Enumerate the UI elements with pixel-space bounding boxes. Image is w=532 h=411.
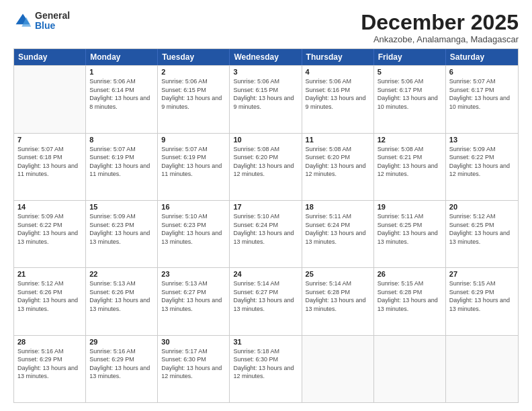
header-tuesday: Tuesday	[158, 49, 230, 65]
day-number: 12	[378, 136, 442, 144]
cal-cell-4-2: 30Sunrise: 5:17 AM Sunset: 6:30 PM Dayli…	[158, 336, 230, 402]
cal-cell-3-6: 27Sunrise: 5:15 AM Sunset: 6:29 PM Dayli…	[446, 268, 518, 334]
cal-cell-4-6	[446, 336, 518, 402]
day-info: Sunrise: 5:11 AM Sunset: 6:24 PM Dayligh…	[306, 212, 370, 246]
day-number: 11	[306, 136, 370, 144]
logo-general-text: General	[35, 11, 70, 21]
logo: General Blue	[13, 11, 70, 32]
week-row-2: 7Sunrise: 5:07 AM Sunset: 6:18 PM Daylig…	[14, 133, 518, 200]
day-info: Sunrise: 5:13 AM Sunset: 6:26 PM Dayligh…	[89, 279, 154, 313]
cal-cell-2-4: 18Sunrise: 5:11 AM Sunset: 6:24 PM Dayli…	[302, 201, 374, 267]
day-number: 4	[306, 68, 370, 76]
day-number: 1	[89, 68, 154, 76]
day-info: Sunrise: 5:06 AM Sunset: 6:16 PM Dayligh…	[306, 77, 370, 111]
day-number: 3	[233, 68, 298, 76]
cal-cell-2-5: 19Sunrise: 5:11 AM Sunset: 6:25 PM Dayli…	[374, 201, 446, 267]
cal-cell-4-0: 28Sunrise: 5:16 AM Sunset: 6:29 PM Dayli…	[14, 336, 86, 402]
day-info: Sunrise: 5:07 AM Sunset: 6:18 PM Dayligh…	[17, 145, 82, 179]
cal-cell-0-4: 4Sunrise: 5:06 AM Sunset: 6:16 PM Daylig…	[302, 66, 374, 132]
day-number: 2	[161, 68, 226, 76]
day-number: 26	[378, 270, 442, 278]
day-info: Sunrise: 5:09 AM Sunset: 6:23 PM Dayligh…	[89, 212, 154, 246]
day-info: Sunrise: 5:17 AM Sunset: 6:30 PM Dayligh…	[161, 347, 226, 381]
day-number: 22	[89, 270, 154, 278]
day-number: 27	[449, 270, 515, 278]
day-info: Sunrise: 5:07 AM Sunset: 6:19 PM Dayligh…	[161, 145, 226, 179]
cal-cell-0-3: 3Sunrise: 5:06 AM Sunset: 6:15 PM Daylig…	[230, 66, 302, 132]
day-number: 18	[306, 203, 370, 211]
day-info: Sunrise: 5:12 AM Sunset: 6:26 PM Dayligh…	[17, 279, 82, 313]
cal-cell-0-0	[14, 66, 86, 132]
day-info: Sunrise: 5:11 AM Sunset: 6:25 PM Dayligh…	[378, 212, 442, 246]
cal-cell-1-4: 11Sunrise: 5:08 AM Sunset: 6:20 PM Dayli…	[302, 134, 374, 200]
day-number: 24	[233, 270, 298, 278]
calendar: Sunday Monday Tuesday Wednesday Thursday…	[13, 48, 519, 403]
day-info: Sunrise: 5:06 AM Sunset: 6:15 PM Dayligh…	[161, 77, 226, 111]
cal-cell-1-2: 9Sunrise: 5:07 AM Sunset: 6:19 PM Daylig…	[158, 134, 230, 200]
cal-cell-1-1: 8Sunrise: 5:07 AM Sunset: 6:19 PM Daylig…	[86, 134, 158, 200]
header-wednesday: Wednesday	[230, 49, 302, 65]
day-info: Sunrise: 5:14 AM Sunset: 6:27 PM Dayligh…	[233, 279, 298, 313]
day-info: Sunrise: 5:14 AM Sunset: 6:28 PM Dayligh…	[306, 279, 370, 313]
day-number: 10	[233, 136, 298, 144]
day-info: Sunrise: 5:13 AM Sunset: 6:27 PM Dayligh…	[161, 279, 226, 313]
cal-cell-2-3: 17Sunrise: 5:10 AM Sunset: 6:24 PM Dayli…	[230, 201, 302, 267]
day-number: 28	[17, 338, 82, 346]
cal-cell-2-2: 16Sunrise: 5:10 AM Sunset: 6:23 PM Dayli…	[158, 201, 230, 267]
title-block: December 2025 Ankazobe, Analamanga, Mada…	[361, 11, 519, 44]
cal-cell-0-6: 6Sunrise: 5:07 AM Sunset: 6:17 PM Daylig…	[446, 66, 518, 132]
day-info: Sunrise: 5:06 AM Sunset: 6:15 PM Dayligh…	[233, 77, 298, 111]
day-info: Sunrise: 5:16 AM Sunset: 6:29 PM Dayligh…	[17, 347, 82, 381]
subtitle: Ankazobe, Analamanga, Madagascar	[361, 34, 519, 44]
week-row-3: 14Sunrise: 5:09 AM Sunset: 6:22 PM Dayli…	[14, 200, 518, 267]
cal-cell-0-5: 5Sunrise: 5:06 AM Sunset: 6:17 PM Daylig…	[374, 66, 446, 132]
day-number: 9	[161, 136, 226, 144]
header-saturday: Saturday	[446, 49, 518, 65]
day-number: 6	[449, 68, 515, 76]
day-number: 23	[161, 270, 226, 278]
page: General Blue December 2025 Ankazobe, Ana…	[0, 0, 532, 411]
week-row-5: 28Sunrise: 5:16 AM Sunset: 6:29 PM Dayli…	[14, 335, 518, 402]
day-number: 14	[17, 203, 82, 211]
day-info: Sunrise: 5:07 AM Sunset: 6:19 PM Dayligh…	[89, 145, 154, 179]
cal-cell-2-0: 14Sunrise: 5:09 AM Sunset: 6:22 PM Dayli…	[14, 201, 86, 267]
day-number: 8	[89, 136, 154, 144]
day-number: 16	[161, 203, 226, 211]
day-number: 21	[17, 270, 82, 278]
day-info: Sunrise: 5:15 AM Sunset: 6:29 PM Dayligh…	[449, 279, 515, 313]
day-number: 31	[233, 338, 298, 346]
calendar-header: Sunday Monday Tuesday Wednesday Thursday…	[14, 49, 518, 65]
day-number: 25	[306, 270, 370, 278]
day-number: 17	[233, 203, 298, 211]
day-info: Sunrise: 5:08 AM Sunset: 6:20 PM Dayligh…	[233, 145, 298, 179]
header-thursday: Thursday	[302, 49, 374, 65]
day-info: Sunrise: 5:09 AM Sunset: 6:22 PM Dayligh…	[17, 212, 82, 246]
day-number: 19	[378, 203, 442, 211]
cal-cell-3-5: 26Sunrise: 5:15 AM Sunset: 6:28 PM Dayli…	[374, 268, 446, 334]
logo-text: General Blue	[35, 11, 70, 32]
cal-cell-3-4: 25Sunrise: 5:14 AM Sunset: 6:28 PM Dayli…	[302, 268, 374, 334]
cal-cell-4-3: 31Sunrise: 5:18 AM Sunset: 6:30 PM Dayli…	[230, 336, 302, 402]
cal-cell-0-2: 2Sunrise: 5:06 AM Sunset: 6:15 PM Daylig…	[158, 66, 230, 132]
cal-cell-1-6: 13Sunrise: 5:09 AM Sunset: 6:22 PM Dayli…	[446, 134, 518, 200]
cal-cell-3-3: 24Sunrise: 5:14 AM Sunset: 6:27 PM Dayli…	[230, 268, 302, 334]
cal-cell-1-5: 12Sunrise: 5:08 AM Sunset: 6:21 PM Dayli…	[374, 134, 446, 200]
cal-cell-4-5	[374, 336, 446, 402]
day-number: 15	[89, 203, 154, 211]
logo-icon	[13, 11, 32, 30]
day-info: Sunrise: 5:07 AM Sunset: 6:17 PM Dayligh…	[449, 77, 515, 111]
day-info: Sunrise: 5:08 AM Sunset: 6:21 PM Dayligh…	[378, 145, 442, 179]
header-friday: Friday	[374, 49, 446, 65]
header-sunday: Sunday	[14, 49, 86, 65]
day-number: 20	[449, 203, 515, 211]
day-number: 30	[161, 338, 226, 346]
day-info: Sunrise: 5:09 AM Sunset: 6:22 PM Dayligh…	[449, 145, 515, 179]
month-title: December 2025	[361, 11, 519, 34]
day-info: Sunrise: 5:16 AM Sunset: 6:29 PM Dayligh…	[89, 347, 154, 381]
cal-cell-3-2: 23Sunrise: 5:13 AM Sunset: 6:27 PM Dayli…	[158, 268, 230, 334]
day-info: Sunrise: 5:12 AM Sunset: 6:25 PM Dayligh…	[449, 212, 515, 246]
cal-cell-3-1: 22Sunrise: 5:13 AM Sunset: 6:26 PM Dayli…	[86, 268, 158, 334]
cal-cell-0-1: 1Sunrise: 5:06 AM Sunset: 6:14 PM Daylig…	[86, 66, 158, 132]
day-info: Sunrise: 5:06 AM Sunset: 6:17 PM Dayligh…	[378, 77, 442, 111]
day-info: Sunrise: 5:06 AM Sunset: 6:14 PM Dayligh…	[89, 77, 154, 111]
